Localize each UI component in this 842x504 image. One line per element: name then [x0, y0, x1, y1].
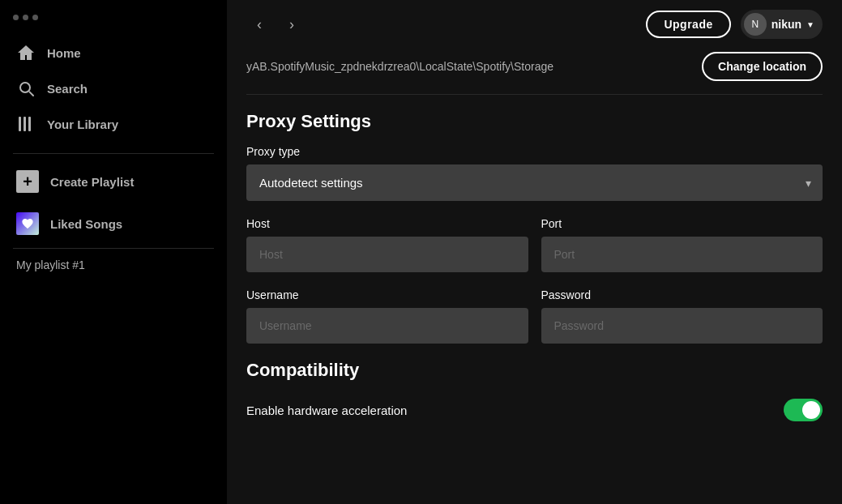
- sidebar-item-home-label: Home: [47, 46, 81, 60]
- library-icon: [16, 114, 36, 134]
- search-icon: [16, 79, 36, 98]
- topbar-right: Upgrade N nikun ▼: [646, 10, 823, 39]
- settings-body: yAB.SpotifyMusic_zpdnekdrzrea0\LocalStat…: [227, 45, 842, 504]
- sidebar: Home Search Your Library +: [0, 0, 227, 504]
- host-input[interactable]: [246, 237, 528, 272]
- password-input[interactable]: [541, 308, 823, 344]
- nav-arrows: ‹ ›: [246, 11, 305, 37]
- user-name: nikun: [771, 18, 801, 31]
- sidebar-item-home[interactable]: Home: [6, 35, 220, 70]
- hardware-accel-toggle[interactable]: [784, 399, 823, 421]
- host-label: Host: [246, 217, 528, 230]
- sidebar-divider-1: [13, 153, 214, 154]
- svg-rect-1: [24, 117, 26, 131]
- sidebar-nav: Home Search Your Library: [0, 28, 227, 148]
- sidebar-item-library-label: Your Library: [47, 117, 118, 131]
- home-icon: [16, 43, 36, 62]
- password-field-group: Password: [541, 288, 823, 344]
- dot-2: [23, 15, 28, 20]
- create-playlist-label: Create Playlist: [50, 175, 134, 189]
- liked-songs-label: Liked Songs: [50, 217, 122, 231]
- password-label: Password: [541, 288, 823, 301]
- liked-songs-icon: [16, 212, 39, 235]
- hardware-accel-label: Enable hardware acceleration: [246, 404, 407, 417]
- proxy-type-select[interactable]: Autodetect settings No proxy HTTP proxy …: [246, 164, 823, 201]
- dot-3: [32, 15, 38, 20]
- sidebar-item-search-label: Search: [47, 82, 88, 96]
- sidebar-item-library[interactable]: Your Library: [6, 106, 220, 142]
- username-password-row: Username Password: [246, 288, 823, 344]
- playlist-label: My playlist #1: [16, 258, 85, 271]
- main-content: ‹ › Upgrade N nikun ▼ yAB.SpotifyMusic_z…: [227, 0, 842, 504]
- hardware-accel-row: Enable hardware acceleration: [246, 395, 823, 425]
- dot-1: [13, 15, 19, 20]
- plus-icon: +: [16, 170, 39, 193]
- port-label: Port: [541, 217, 823, 230]
- liked-songs-button[interactable]: Liked Songs: [6, 204, 220, 243]
- username-field-group: Username: [246, 288, 528, 344]
- username-label: Username: [246, 288, 528, 301]
- svg-rect-0: [19, 117, 21, 131]
- sidebar-item-search[interactable]: Search: [6, 70, 220, 106]
- compatibility-section: Compatibility Enable hardware accelerati…: [246, 360, 823, 425]
- host-port-row: Host Port: [246, 217, 823, 272]
- host-field-group: Host: [246, 217, 528, 272]
- port-input[interactable]: [541, 237, 823, 272]
- window-controls: [0, 0, 227, 28]
- topbar: ‹ › Upgrade N nikun ▼: [227, 0, 842, 45]
- proxy-type-wrapper: Autodetect settings No proxy HTTP proxy …: [246, 164, 823, 201]
- proxy-section-title: Proxy Settings: [246, 111, 823, 132]
- compatibility-title: Compatibility: [246, 360, 823, 381]
- proxy-type-label: Proxy type: [246, 145, 823, 158]
- user-menu[interactable]: N nikun ▼: [741, 10, 823, 39]
- upgrade-button[interactable]: Upgrade: [646, 11, 730, 38]
- avatar: N: [744, 13, 767, 36]
- create-playlist-button[interactable]: + Create Playlist: [6, 162, 220, 201]
- sidebar-divider-2: [13, 248, 214, 249]
- back-button[interactable]: ‹: [246, 11, 272, 37]
- port-field-group: Port: [541, 217, 823, 272]
- chevron-down-icon: ▼: [806, 20, 814, 29]
- storage-path-text: yAB.SpotifyMusic_zpdnekdrzrea0\LocalStat…: [246, 60, 553, 73]
- playlist-item[interactable]: My playlist #1: [0, 254, 227, 276]
- change-location-button[interactable]: Change location: [702, 52, 823, 81]
- svg-rect-2: [28, 117, 31, 131]
- toggle-slider: [784, 399, 823, 421]
- proxy-settings-section: Proxy Settings Proxy type Autodetect set…: [246, 111, 823, 344]
- username-input[interactable]: [246, 308, 528, 344]
- forward-button[interactable]: ›: [279, 11, 305, 37]
- storage-path-row: yAB.SpotifyMusic_zpdnekdrzrea0\LocalStat…: [246, 45, 823, 95]
